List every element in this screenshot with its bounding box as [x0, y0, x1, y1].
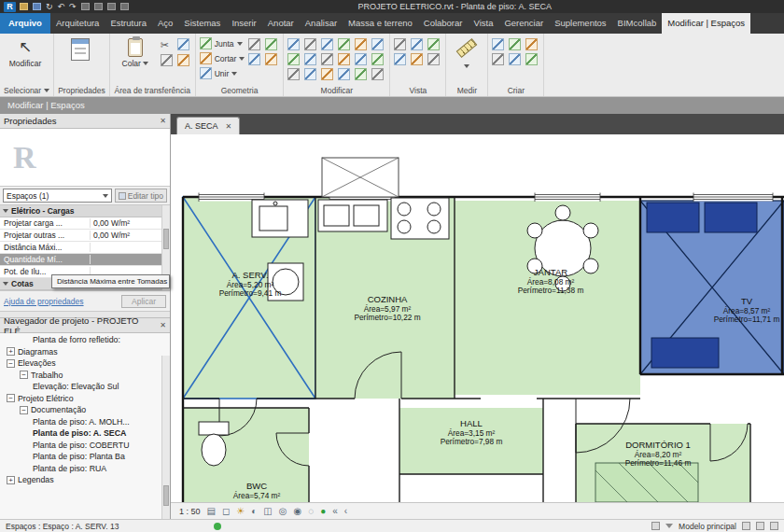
move-icon[interactable]	[287, 53, 300, 65]
properties-button[interactable]	[59, 36, 102, 61]
copy-icon[interactable]	[304, 53, 316, 65]
reveal-hidden-icon[interactable]: ◌	[308, 504, 314, 519]
unpin-icon[interactable]	[304, 68, 316, 80]
ribbon-tab[interactable]: Gerenciar	[498, 13, 549, 34]
property-row[interactable]: Projetar carga ... 0,00 W/m²	[0, 217, 170, 230]
view-tab-a-seca[interactable]: A. SECA ✕	[176, 117, 240, 134]
ribbon-tab[interactable]: Aço	[152, 13, 178, 34]
measure-tool-icon[interactable]	[456, 38, 478, 58]
browser-item[interactable]: +Diagramas	[0, 346, 170, 358]
browser-item[interactable]: −Trabalho	[0, 370, 170, 382]
mirror-draw-axis-icon[interactable]	[338, 38, 350, 50]
collapse-icon[interactable]: −	[20, 371, 28, 379]
bed-symbol[interactable]	[595, 463, 698, 502]
shadows-icon[interactable]: ◐	[251, 504, 257, 519]
3d-view-icon[interactable]	[120, 3, 129, 10]
paste-button[interactable]: Colar	[114, 36, 157, 68]
linework-icon[interactable]	[411, 53, 423, 65]
browser-item[interactable]: Planta de piso: A. SECA	[0, 427, 170, 440]
show-crop-icon[interactable]: ◎	[279, 504, 287, 519]
panel-label-geometria[interactable]: Geometria	[196, 84, 284, 96]
panel-label-criar[interactable]: Criar	[488, 84, 543, 96]
crop-view-icon[interactable]: ◫	[263, 504, 272, 519]
panel-label-modificar[interactable]: Modificar	[284, 84, 389, 96]
cut-profile-icon[interactable]	[394, 53, 406, 65]
property-row[interactable]: Distância Máxi...	[0, 242, 170, 254]
ribbon-tab[interactable]: Arquitetura	[50, 13, 105, 34]
browser-item[interactable]: −Documentação	[0, 404, 170, 416]
type-selector-dropdown[interactable]: Espaços (1)	[3, 189, 112, 203]
stove[interactable]	[391, 198, 449, 239]
visual-style-icon[interactable]: ◻	[222, 504, 230, 519]
browser-item[interactable]: Planta de piso: RUA	[0, 463, 170, 475]
expand-icon[interactable]: +	[7, 476, 15, 484]
rotate-icon[interactable]	[321, 53, 333, 65]
panel-label-propriedades[interactable]: Propriedades	[54, 84, 109, 96]
ribbon-tab[interactable]: Arquivo	[0, 13, 50, 34]
copy-to-clipboard-icon[interactable]	[177, 38, 189, 50]
split-face-icon[interactable]	[248, 53, 260, 65]
room-label-tv[interactable]: TV Área=8,57 m² Perímetro=11,71 m	[714, 297, 780, 324]
panel-label-selecionar[interactable]: Selecionar	[0, 84, 53, 96]
reveal-constraints-icon[interactable]	[427, 38, 440, 50]
editable-only-icon[interactable]	[651, 522, 660, 530]
pan-left-icon[interactable]: «	[332, 504, 338, 519]
ribbon-tab[interactable]: Analisar	[300, 13, 343, 34]
create-parts-icon[interactable]	[492, 53, 504, 65]
demolish-icon[interactable]	[265, 53, 277, 65]
insert-view-icon[interactable]	[509, 53, 521, 65]
revit-logo[interactable]: R	[4, 2, 16, 12]
type-preview[interactable]: R	[0, 129, 170, 187]
pin-icon[interactable]	[287, 68, 300, 80]
worksharing-icon[interactable]: ●	[320, 504, 326, 519]
panel-label-vista[interactable]: Vista	[390, 84, 445, 96]
edit-type-button[interactable]: Editar tipo	[115, 189, 167, 203]
browser-item[interactable]: −Elevações	[0, 357, 170, 370]
property-value[interactable]: 0,00 W/m²	[91, 231, 170, 240]
thin-lines-icon[interactable]	[394, 38, 406, 50]
save-icon[interactable]	[33, 3, 41, 10]
browser-item[interactable]: −Projeto Elétrico	[0, 393, 170, 405]
exclude-options-icon[interactable]	[756, 522, 764, 530]
property-row[interactable]: Projetar outras ... 0,00 W/m²	[0, 230, 170, 242]
apply-coping-icon[interactable]	[248, 38, 260, 50]
select-toggle-icon[interactable]	[770, 522, 778, 530]
ribbon-tab[interactable]: BIMcollab	[612, 13, 663, 34]
close-icon[interactable]: ✕	[160, 321, 166, 329]
room-label-dormitorio-1[interactable]: DORMITÓRIO 1 Área=8,20 m² Perímetro=11,4…	[625, 441, 692, 468]
active-workset[interactable]: Modelo principal	[679, 522, 736, 531]
sync-icon[interactable]: ↻	[46, 1, 53, 12]
expand-icon[interactable]: +	[7, 347, 15, 356]
scale-icon[interactable]	[355, 53, 367, 65]
browser-item[interactable]: Planta de piso: A. MOLH...	[0, 416, 170, 428]
scale-control[interactable]: 1 : 50	[179, 507, 201, 516]
ribbon-tab[interactable]: Inserir	[226, 13, 261, 34]
ribbon-tab[interactable]: Suplementos	[549, 13, 611, 34]
property-value[interactable]: 0,00 W/m²	[91, 218, 170, 228]
delete-icon[interactable]	[321, 68, 333, 80]
join-geometry-button[interactable]: Unir	[200, 66, 245, 80]
collapse-icon[interactable]: −	[7, 359, 15, 368]
show-hidden-elements-icon[interactable]	[411, 38, 423, 50]
wall-opening-icon[interactable]	[355, 68, 367, 80]
panel-label-transferencia[interactable]: Área de transferência	[110, 84, 195, 96]
scrollbar-thumb[interactable]	[163, 229, 169, 249]
ribbon-tab[interactable]: Colaborar	[418, 13, 469, 34]
modify-button[interactable]: ↖ Modificar	[4, 36, 47, 68]
laundry-sink[interactable]	[252, 200, 308, 237]
split-element-icon[interactable]	[355, 38, 367, 50]
tag-icon[interactable]	[107, 3, 116, 10]
browser-item[interactable]: Planta de piso: Planta Ba	[0, 451, 170, 463]
caret-down-icon[interactable]	[464, 64, 469, 68]
panel-label-medir[interactable]: Medir	[446, 84, 487, 96]
trim-corner-icon[interactable]	[371, 53, 384, 65]
close-icon[interactable]: ✕	[160, 117, 166, 125]
room-label-cozinha[interactable]: COZINHA Área=5,97 m² Perímetro=10,22 m	[354, 295, 420, 322]
paint-icon[interactable]	[265, 38, 277, 50]
room-label-a-serv[interactable]: A. SERV. Área=5,20 m² Perímetro=9,41 m	[219, 271, 282, 298]
apply-button[interactable]: Aplicar	[121, 295, 166, 308]
mirror-pick-axis-icon[interactable]	[321, 38, 333, 50]
browser-item[interactable]: Planta de forro refletido:	[0, 334, 170, 346]
collapse-icon[interactable]: −	[20, 406, 28, 414]
design-options-icon[interactable]	[742, 522, 750, 530]
